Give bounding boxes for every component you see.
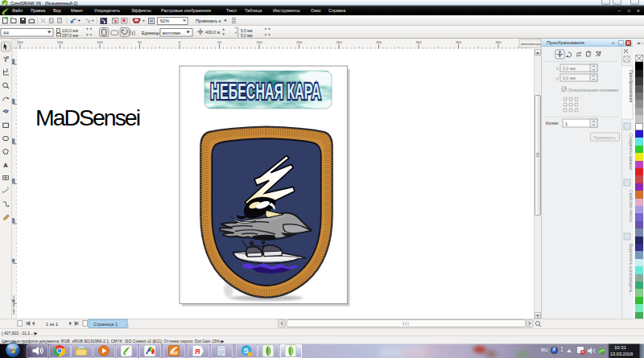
svg-text:200: 200 xyxy=(18,40,24,44)
svg-text:250: 250 xyxy=(12,98,15,104)
svg-text:200: 200 xyxy=(336,40,343,44)
svg-text:150: 150 xyxy=(296,40,303,44)
svg-text:Привязать к: Привязать к xyxy=(196,19,221,23)
svg-text:150: 150 xyxy=(12,178,15,183)
svg-text:миллиметры: миллиметры xyxy=(12,295,15,315)
svg-text:Страница 1: Страница 1 xyxy=(93,322,118,327)
svg-text:300: 300 xyxy=(416,40,423,44)
svg-text:210,0 мм: 210,0 мм xyxy=(62,29,78,33)
svg-text:миллиме...: миллиме... xyxy=(163,31,184,35)
svg-text:PDF: PDF xyxy=(171,351,179,356)
svg-text:5,0 мм: 5,0 мм xyxy=(241,34,253,38)
svg-text:0,0 мм: 0,0 мм xyxy=(563,76,576,80)
svg-text:50: 50 xyxy=(12,258,15,262)
svg-text:50: 50 xyxy=(217,40,221,44)
svg-text:Копии:: Копии: xyxy=(546,121,559,126)
svg-text:1: 1 xyxy=(565,121,568,126)
svg-text:A4: A4 xyxy=(3,31,9,35)
svg-text:Я: Я xyxy=(195,348,200,356)
svg-text:1 из 1: 1 из 1 xyxy=(46,322,58,327)
svg-text:300: 300 xyxy=(12,58,15,64)
svg-text:350: 350 xyxy=(456,40,462,44)
svg-text:Свойства текста: Свойства текста xyxy=(629,190,634,222)
svg-text:Единицы:: Единицы: xyxy=(142,31,161,35)
svg-text:0,0 мм: 0,0 мм xyxy=(563,66,576,71)
svg-text:400,0 м: 400,0 м xyxy=(205,30,220,35)
svg-text:Выровнять и распредель...: Выровнять и распредель... xyxy=(629,244,634,296)
svg-text:Преобразования: Преобразования xyxy=(629,70,634,103)
svg-text:297,0 мм: 297,0 мм xyxy=(62,34,78,38)
svg-text:A: A xyxy=(3,162,8,169)
svg-text:400: 400 xyxy=(496,40,502,44)
svg-text:62%: 62% xyxy=(160,19,169,23)
svg-text:миллиметры: миллиметры xyxy=(521,42,541,46)
svg-text:y:: y: xyxy=(556,76,559,80)
svg-text:5,0 мм: 5,0 мм xyxy=(241,29,253,33)
svg-text:250: 250 xyxy=(376,40,382,44)
svg-text:Относительное положени: Относительное положени xyxy=(568,88,618,93)
svg-text:100: 100 xyxy=(257,40,263,44)
svg-text:Соединить кривые: Соединить кривые xyxy=(629,134,634,170)
svg-text:50: 50 xyxy=(138,40,142,44)
svg-text:НЕБЕСНАЯ КАРА: НЕБЕСНАЯ КАРА xyxy=(211,79,321,104)
svg-text:100: 100 xyxy=(12,217,15,223)
svg-text:200: 200 xyxy=(12,138,15,143)
svg-text:100: 100 xyxy=(97,40,104,44)
svg-text:MaDSensei: MaDSensei xyxy=(35,105,141,130)
svg-text:150: 150 xyxy=(57,40,64,44)
svg-text:x:: x: xyxy=(556,66,559,71)
svg-text:Применить: Применить xyxy=(593,135,616,140)
